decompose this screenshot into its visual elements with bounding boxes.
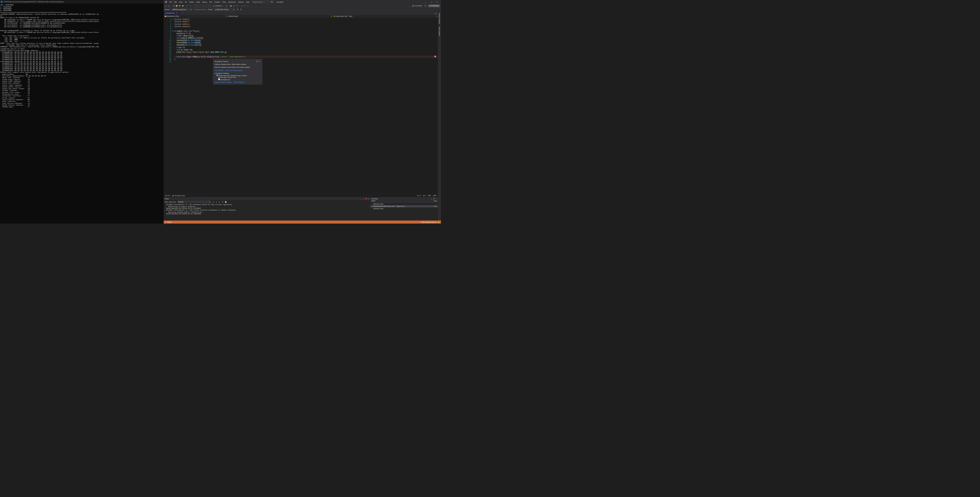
cs-col-name[interactable]: Name (371, 200, 433, 203)
step-out-icon[interactable]: ↖ (247, 5, 249, 7)
menu-file[interactable]: File (168, 1, 173, 3)
notifications-icon[interactable]: 🔔 (438, 221, 439, 223)
menu-build[interactable]: Build (196, 1, 201, 3)
int-preview-badge: INT PREVIEW (428, 5, 440, 7)
menu-tools[interactable]: Tools (221, 1, 227, 3)
lifecycle-events[interactable]: Lifecycle Events (196, 9, 206, 10)
search-box[interactable]: Search (Ctrl+Q) 🔍 (252, 1, 274, 3)
nav-scope1[interactable]: 📁 Miscellaneous Files▾ (164, 14, 228, 17)
ok-icon: ✓ (172, 195, 174, 197)
output-clear-icon[interactable]: ≡ (212, 201, 215, 203)
callstack-title: Call Stack (371, 198, 378, 199)
cs-row[interactable]: [External Code] (371, 207, 438, 210)
console-window: C:\MSDN\cpp-docs-pr\docs\c-language\ASAN… (0, 0, 164, 224)
flag-icon[interactable]: ⚑ (236, 8, 239, 11)
screenshot-icon[interactable]: ⎙ (225, 5, 228, 7)
redo-icon[interactable]: ↷ (189, 5, 192, 7)
visual-studio-window: File Edit View Git Project Build Debug T… (164, 0, 441, 224)
save-icon[interactable]: 🖫 (179, 5, 181, 7)
copy-details-link[interactable]: Copy Details (215, 70, 224, 71)
cs-pin-icon[interactable]: 📌 (433, 198, 434, 200)
popup-pin-icon[interactable]: 📌 (256, 60, 258, 62)
new-icon[interactable]: 🗋 (172, 5, 175, 7)
open-settings-link[interactable]: Open Exception Settings (215, 81, 232, 83)
start-liveshare-link[interactable]: Start Live Share session... (226, 70, 244, 71)
open-icon[interactable]: 📂 (175, 5, 178, 7)
menu-edit[interactable]: Edit (173, 1, 178, 3)
search-placeholder: Search (Ctrl+Q) (253, 1, 263, 3)
solution-explorer-tab[interactable]: Solution Explorer (438, 12, 441, 24)
play-icon: ▶ (213, 5, 214, 6)
team-explorer-tab[interactable]: Team Explorer (438, 26, 441, 37)
cs-col-lang[interactable]: Lang (434, 200, 437, 203)
code-body[interactable]: #include <string.h> #include <stdio.h> #… (174, 17, 438, 194)
edit-conditions-link[interactable]: Edit Conditions (234, 81, 244, 83)
output-ico3[interactable]: ≡ (218, 201, 221, 203)
menu-git[interactable]: Git (184, 1, 188, 3)
nav-scope3[interactable]: ⚡ main(int argc, char ** argv)▾ (333, 14, 438, 17)
spc-indicator: SPC (428, 195, 431, 197)
thread-label: Thread: (208, 9, 213, 10)
output-source-combo[interactable]: RichNav▾ (177, 200, 211, 203)
console-titlebar[interactable]: C:\MSDN\cpp-docs-pr\docs\c-language\ASAN… (0, 0, 164, 4)
process-combo[interactable]: [28056] example2.exe▾ (172, 8, 192, 11)
stop-icon[interactable]: ■ (233, 5, 235, 7)
cs-row[interactable]: [External Code] (371, 203, 438, 205)
menu-window[interactable]: Window (237, 1, 245, 3)
zoom-level[interactable]: 111 % (165, 195, 169, 197)
config-combo[interactable] (194, 4, 200, 7)
menu-project[interactable]: Project (188, 1, 195, 3)
editor-status: 111 %▾ ✓ No issues found Ln: 17 Ch: 1 SP… (164, 194, 438, 197)
feedback-icon[interactable]: 👤 (424, 5, 426, 7)
output-ico5[interactable]: 📋 (224, 201, 227, 203)
output-pin-icon[interactable]: 📌 (365, 198, 367, 200)
cs-close-icon[interactable]: ✕ (436, 198, 437, 200)
break-all-icon[interactable]: ▮▮ (230, 5, 232, 7)
thread-combo[interactable]: [11916] Main Thread▾ (215, 8, 235, 11)
popup-title: Exception Thrown (215, 60, 228, 62)
maximize-button[interactable]: ▢ (428, 0, 434, 4)
tab-example2[interactable]: example2.cpp 📌 ✕ (164, 11, 180, 15)
minimize-button[interactable]: ─ (423, 0, 428, 4)
step-over-icon[interactable]: ↷ (244, 5, 246, 7)
error-dot-icon[interactable]: ✕ (434, 56, 436, 57)
output-panel: Output ▾📌✕ Show output from: RichNav▾ ≡ … (164, 197, 370, 221)
nav-back-icon[interactable]: ◯ (165, 5, 167, 7)
continue-button[interactable]: ▶ Continue ▾ (212, 5, 223, 6)
output-wrap-icon[interactable]: ≡ (215, 201, 218, 203)
cs-dropdown-icon[interactable]: ▾ (431, 198, 432, 200)
live-share-button[interactable]: 🔗 Live Share (411, 5, 423, 6)
except-exe-checkbox[interactable] (218, 78, 220, 80)
undo-icon[interactable]: ↶ (186, 5, 188, 7)
close-button[interactable]: ✕ (434, 0, 440, 4)
console-output[interactable]: AAA: 004AFB00 y: 004AFB30 z: 004AFB60 p:… (0, 4, 164, 224)
step-into-icon[interactable]: ↘ (241, 5, 243, 7)
restart-icon[interactable]: ⟳ (236, 5, 239, 7)
code-editor[interactable]: 12345678910111213141516171819 ⊟ ⊟ #inclu… (164, 17, 438, 194)
output-ico4[interactable]: ☰ (221, 201, 224, 203)
exception-settings-label[interactable]: Exception Settings (216, 72, 229, 74)
add-source-control[interactable]: ↑ Add to Source Control ▴ (420, 221, 437, 223)
close-tab-icon[interactable]: ✕ (178, 13, 179, 14)
nav-scope2[interactable]: (Global Scope)▾ (228, 14, 333, 17)
popup-close-icon[interactable]: ✕ (259, 60, 261, 62)
menu-help[interactable]: Help (245, 1, 250, 3)
liveshare-icon: 🔗 (412, 5, 414, 6)
platform-combo[interactable] (201, 4, 212, 7)
pin-icon[interactable]: 📌 (175, 13, 177, 14)
crlf-indicator: CRLF (433, 195, 437, 197)
menu-debug[interactable]: Debug (201, 1, 208, 3)
menu-extensions[interactable]: Extensions (227, 1, 237, 3)
threads-icon[interactable]: ☰ (240, 8, 242, 11)
output-body[interactable]: RichNav Information: 0 : No workspace fo… (164, 204, 370, 221)
menu-view[interactable]: View (178, 1, 183, 3)
output-close-icon[interactable]: ✕ (368, 198, 369, 200)
output-dropdown-icon[interactable]: ▾ (364, 198, 364, 200)
break-checkbox[interactable] (216, 75, 218, 76)
menu-test[interactable]: Test (208, 1, 213, 3)
menu-analyze[interactable]: Analyze (213, 1, 221, 3)
nav-bar: 📁 Miscellaneous Files▾ (Global Scope)▾ ⚡… (164, 14, 438, 17)
nav-fwd-icon[interactable]: ◯ (168, 5, 170, 7)
save-all-icon[interactable]: 🖬 (182, 5, 184, 7)
cs-row-current[interactable]: ➜example2.exe!main(int argc, char * * ar… (371, 205, 438, 207)
